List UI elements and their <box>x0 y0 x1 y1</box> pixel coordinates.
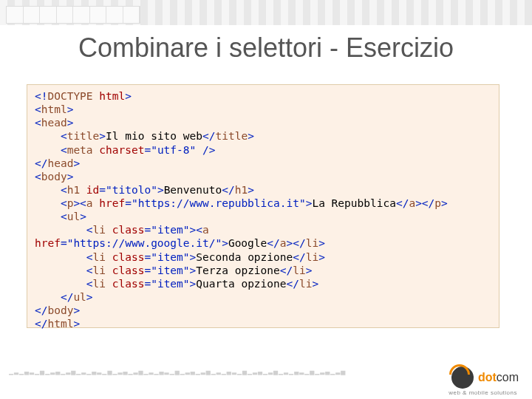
code-block: <!DOCTYPE html> <html> <head> <title>Il … <box>27 84 499 328</box>
slide-title: Combinare i selettori - Esercizio <box>0 33 532 64</box>
logo-subtitle: web & mobile solutions <box>449 389 517 396</box>
logo-text: dotcom <box>478 371 519 384</box>
logo: dotcom <box>451 366 519 389</box>
skyline-decoration: ▁▂▁▃▂▁▄▁▂▃▁▂▄▁▂▁▃▂▁▄▁▂▃▁▂▄▁▂▁▃▂▁▄▁▂▃▁▂▄▁… <box>9 366 384 377</box>
logo-icon <box>451 366 474 389</box>
